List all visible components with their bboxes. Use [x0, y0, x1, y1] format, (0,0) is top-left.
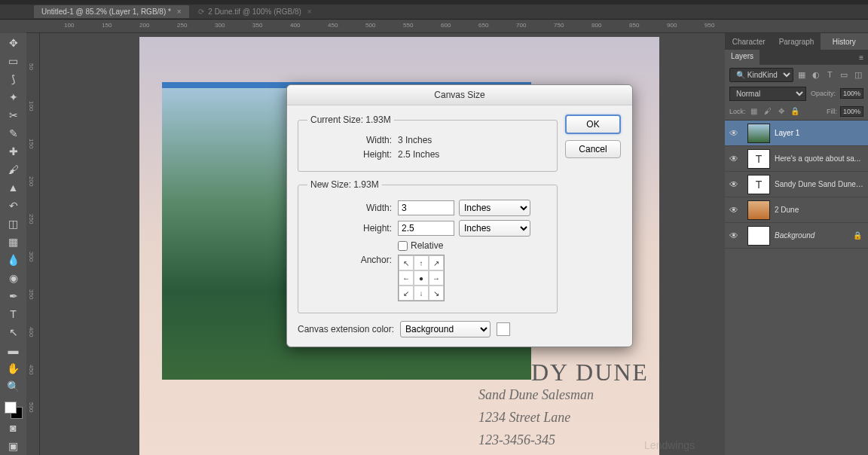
extension-color-select[interactable]: Background — [400, 321, 491, 337]
lasso-tool[interactable]: ⟆ — [5, 71, 23, 88]
lock-icon: 🔒 — [853, 231, 863, 240]
filter-smart-icon[interactable]: ◫ — [852, 69, 863, 81]
layer-thumbnail — [747, 124, 770, 143]
width-units-select[interactable]: Inches — [459, 200, 530, 216]
vertical-ruler: 50 100 150 200 250 300 350 400 450 500 — [26, 33, 40, 455]
tab-paragraph[interactable]: Paragraph — [772, 33, 820, 50]
document-tab-active[interactable]: Untitled-1 @ 85.2% (Layer 1, RGB/8) * × — [34, 5, 189, 18]
move-tool[interactable]: ✥ — [5, 35, 23, 52]
visibility-icon[interactable]: 👁 — [729, 154, 743, 164]
layer-thumbnail: T — [747, 175, 770, 194]
panel-menu-icon[interactable]: ≡ — [854, 50, 868, 65]
layer-row[interactable]: 👁 T Sandy Dune Sand Dune ... — [725, 172, 868, 197]
dodge-tool[interactable]: ◉ — [5, 269, 23, 286]
tab-layers[interactable]: Layers — [725, 50, 760, 65]
close-icon[interactable]: × — [177, 8, 182, 16]
tab-character[interactable]: Character — [725, 33, 772, 50]
tab-label: Untitled-1 @ 85.2% (Layer 1, RGB/8) * — [41, 8, 171, 16]
filter-adjust-icon[interactable]: ◐ — [811, 69, 822, 81]
filter-shape-icon[interactable]: ▭ — [839, 69, 850, 81]
new-height-label: Height: — [307, 223, 398, 234]
eyedropper-tool[interactable]: ✎ — [5, 125, 23, 142]
lock-position-icon[interactable]: ✥ — [776, 106, 787, 117]
opacity-label: Opacity: — [811, 90, 836, 97]
anchor-grid: ↖ ↑ ↗ ← ● → ↙ ↓ ↘ — [398, 255, 445, 301]
layer-row[interactable]: 👁 Layer 1 — [725, 121, 868, 146]
anchor-n[interactable]: ↑ — [414, 255, 429, 270]
tab-history[interactable]: History — [821, 33, 868, 50]
shape-tool[interactable]: ▬ — [5, 341, 23, 359]
relative-checkbox[interactable] — [398, 241, 408, 251]
lock-transparent-icon[interactable]: ▦ — [749, 106, 760, 117]
visibility-icon[interactable]: 👁 — [729, 205, 743, 215]
layer-row[interactable]: 👁 T Here's a quote about sa... — [725, 146, 868, 172]
hand-tool[interactable]: ✋ — [5, 359, 23, 377]
anchor-se[interactable]: ↘ — [429, 286, 444, 301]
cancel-button[interactable]: Cancel — [565, 140, 621, 158]
layer-name: 2 Dune — [775, 206, 863, 214]
layer-name: Background — [775, 231, 853, 240]
text-address: 1234 Street Lane — [478, 410, 570, 426]
current-height-label: Height: — [307, 149, 398, 160]
wand-tool[interactable]: ✦ — [5, 89, 23, 106]
visibility-icon[interactable]: 👁 — [729, 128, 743, 139]
height-units-select[interactable]: Inches — [459, 220, 530, 237]
layer-row[interactable]: 👁 Background 🔒 — [725, 223, 868, 249]
anchor-nw[interactable]: ↖ — [399, 255, 414, 270]
layer-name: Layer 1 — [775, 129, 863, 137]
height-input[interactable] — [398, 221, 454, 236]
fill-value[interactable]: 100% — [840, 106, 863, 117]
screenmode-tool[interactable]: ▣ — [5, 438, 23, 455]
filter-type-icon[interactable]: T — [824, 69, 836, 81]
current-size-legend: Current Size: 1.93M — [307, 115, 394, 125]
anchor-s[interactable]: ↓ — [414, 286, 429, 301]
dialog-title: Canvas Size — [287, 85, 632, 105]
anchor-w[interactable]: ← — [399, 270, 414, 286]
blend-mode-select[interactable]: Normal — [729, 87, 806, 101]
heal-tool[interactable]: ✚ — [5, 143, 23, 160]
layer-name: Here's a quote about sa... — [775, 154, 863, 163]
history-brush-tool[interactable]: ↶ — [5, 197, 23, 215]
zoom-tool[interactable]: 🔍 — [5, 377, 23, 395]
anchor-e[interactable]: → — [429, 270, 444, 286]
filter-pixel-icon[interactable]: ▦ — [796, 69, 808, 81]
gradient-tool[interactable]: ▦ — [5, 233, 23, 250]
anchor-ne[interactable]: ↗ — [429, 255, 444, 270]
anchor-sw[interactable]: ↙ — [399, 286, 414, 301]
crop-tool[interactable]: ✂ — [5, 107, 23, 124]
blur-tool[interactable]: 💧 — [5, 251, 23, 268]
pen-tool[interactable]: ✒ — [5, 287, 23, 304]
lock-pixels-icon[interactable]: 🖌 — [763, 106, 773, 117]
lock-all-icon[interactable]: 🔒 — [790, 106, 800, 117]
visibility-icon[interactable]: 👁 — [729, 231, 743, 241]
visibility-icon[interactable]: 👁 — [729, 179, 743, 190]
anchor-center[interactable]: ● — [414, 270, 429, 286]
document-tab-inactive[interactable]: ⟳ 2 Dune.tif @ 100% (RGB/8) × — [191, 5, 319, 18]
layer-filter-select[interactable]: 🔍 KindKind — [729, 68, 793, 82]
document-tabs: Untitled-1 @ 85.2% (Layer 1, RGB/8) * × … — [0, 5, 868, 20]
marquee-tool[interactable]: ▭ — [5, 53, 23, 70]
type-tool[interactable]: T — [5, 305, 23, 322]
brush-tool[interactable]: 🖌 — [5, 161, 23, 179]
current-width-value: 3 Inches — [398, 135, 432, 145]
layer-name: Sandy Dune Sand Dune ... — [775, 180, 863, 188]
close-icon[interactable]: × — [307, 8, 312, 16]
color-swatch[interactable] — [5, 402, 23, 419]
extension-color-swatch[interactable] — [497, 322, 510, 336]
lock-label: Lock: — [729, 108, 746, 115]
path-tool[interactable]: ↖ — [5, 323, 23, 340]
eraser-tool[interactable]: ◫ — [5, 215, 23, 233]
ok-button[interactable]: OK — [565, 115, 621, 134]
quickmask-tool[interactable]: ◙ — [5, 420, 23, 437]
stamp-tool[interactable]: ▲ — [5, 179, 23, 197]
canvas-area[interactable]: 50 100 150 200 250 300 350 400 450 500 D… — [26, 33, 725, 455]
opacity-value[interactable]: 100% — [840, 88, 863, 99]
layer-row[interactable]: 👁 2 Dune — [725, 197, 868, 223]
layer-thumbnail — [747, 226, 770, 246]
layer-thumbnail — [747, 200, 770, 220]
width-input[interactable] — [398, 200, 454, 215]
new-size-legend: New Size: 1.93M — [307, 179, 382, 190]
layers-list: 👁 Layer 1 👁 T Here's a quote about sa...… — [725, 121, 868, 455]
text-heading: DY DUNE — [531, 359, 649, 386]
current-width-label: Width: — [307, 135, 398, 145]
